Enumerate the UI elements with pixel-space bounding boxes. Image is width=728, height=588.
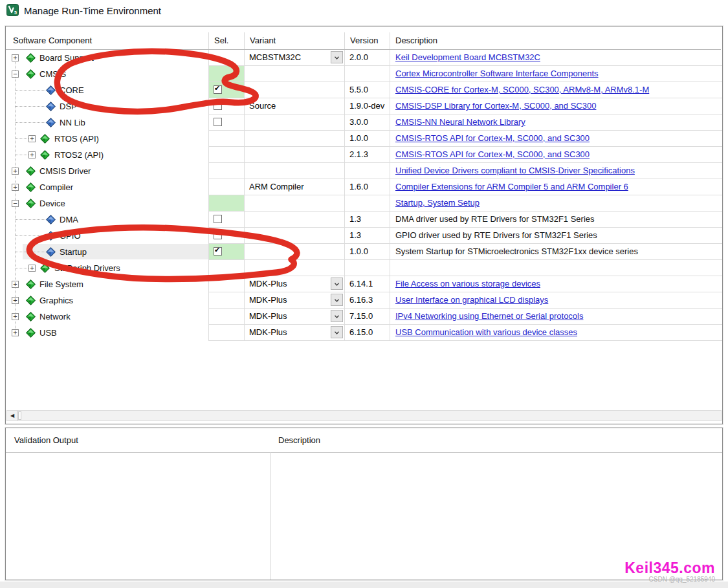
header-software-component: Software Component — [6, 32, 208, 49]
description-link[interactable]: IPv4 Networking using Ethernet or Serial… — [395, 311, 583, 321]
description-link[interactable]: CMSIS-CORE for Cortex-M, SC000, SC300, A… — [395, 85, 649, 94]
component-label[interactable]: StdPeriph Drivers — [54, 260, 120, 276]
component-label[interactable]: Device — [39, 195, 65, 212]
description-cell: CMSIS-NN Neural Network Library — [390, 114, 722, 131]
tree-connector-stub — [16, 235, 45, 236]
select-cell — [208, 325, 244, 341]
description-cell: CMSIS-RTOS API for Cortex-M, SC000, and … — [390, 131, 722, 147]
expand-toggle-icon[interactable]: + — [12, 329, 19, 336]
rte-table-row: + CMSIS DriverUnified Device Drivers com… — [6, 163, 721, 179]
component-tree-cell: + USB — [6, 325, 208, 341]
component-label[interactable]: GPIO — [60, 228, 81, 244]
component-label[interactable]: CMSIS — [39, 66, 66, 82]
dropdown-chevron-icon[interactable] — [331, 51, 343, 63]
description-link[interactable]: CMSIS-RTOS API for Cortex-M, SC000, and … — [395, 149, 590, 159]
variant-value: ARM Compiler — [249, 179, 304, 195]
green-diamond-icon — [40, 134, 50, 144]
expand-toggle-icon[interactable]: + — [28, 135, 36, 142]
validation-output-header: Validation Output — [14, 428, 78, 452]
description-link[interactable]: File Access on various storage devices — [395, 279, 540, 289]
description-link[interactable]: CMSIS-RTOS API for Cortex-M, SC000, and … — [395, 133, 590, 143]
component-checkbox[interactable]: ✔ — [214, 85, 222, 94]
blue-diamond-icon — [46, 247, 56, 257]
variant-dropdown[interactable]: MDK-Plus — [244, 292, 344, 309]
header-version: Version — [344, 32, 390, 49]
description-cell: CMSIS-RTOS API for Cortex-M, SC000, and … — [390, 147, 722, 163]
component-label[interactable]: RTOS2 (API) — [54, 147, 104, 163]
component-label[interactable]: File System — [39, 276, 83, 292]
variant-cell — [244, 82, 344, 98]
description-cell — [390, 260, 722, 276]
description-link[interactable]: Compiler Extensions for ARM Compiler 5 a… — [395, 182, 628, 191]
description-link[interactable]: USB Communication with various device cl… — [395, 327, 577, 337]
horizontal-scrollbar[interactable]: ◀ — [6, 410, 722, 421]
expand-toggle-icon[interactable]: + — [12, 313, 19, 320]
expand-toggle-icon[interactable]: + — [12, 281, 19, 288]
component-label[interactable]: CMSIS Driver — [39, 163, 91, 179]
scroll-left-arrow-icon[interactable]: ◀ — [7, 411, 18, 420]
select-cell — [208, 50, 244, 66]
description-link[interactable]: Keil Development Board MCBSTM32C — [395, 52, 540, 62]
description-link[interactable]: CMSIS-DSP Library for Cortex-M, SC000, a… — [395, 101, 596, 111]
component-checkbox[interactable] — [214, 231, 222, 239]
component-checkbox[interactable] — [214, 215, 222, 223]
description-cell: GPIO driver used by RTE Drivers for STM3… — [390, 228, 722, 244]
component-tree-cell: − Device — [6, 195, 208, 212]
expand-toggle-icon[interactable]: + — [12, 54, 19, 61]
tree-connector-stub — [16, 90, 45, 91]
version-cell: 1.6.0 — [344, 179, 390, 195]
component-tree-cell: + Compiler — [6, 179, 208, 195]
component-label[interactable]: Network — [39, 309, 71, 325]
variant-cell — [244, 244, 344, 260]
variant-dropdown[interactable]: MCBSTM32C — [244, 50, 344, 66]
description-link[interactable]: Cortex Microcontroller Software Interfac… — [395, 69, 599, 78]
expand-toggle-icon[interactable]: + — [12, 184, 19, 191]
component-checkbox[interactable] — [214, 118, 222, 126]
description-link[interactable]: Startup, System Setup — [395, 198, 480, 208]
expand-toggle-icon[interactable]: + — [28, 151, 36, 158]
description-link[interactable]: User Interface on graphical LCD displays — [395, 295, 548, 305]
scrollbar-thumb[interactable] — [18, 411, 21, 420]
version-cell — [344, 260, 390, 276]
dropdown-chevron-icon[interactable] — [331, 326, 343, 338]
component-label[interactable]: DMA — [60, 212, 78, 228]
dropdown-chevron-icon[interactable] — [331, 294, 343, 306]
component-label[interactable]: Startup — [60, 244, 87, 260]
select-cell — [208, 163, 244, 179]
component-label[interactable]: Graphics — [39, 292, 73, 309]
version-cell: 6.15.0 — [344, 325, 390, 341]
description-link[interactable]: CMSIS-NN Neural Network Library — [395, 117, 525, 127]
variant-dropdown[interactable]: MDK-Plus — [244, 276, 344, 292]
description-link[interactable]: Unified Device Drivers compliant to CMSI… — [395, 166, 635, 175]
component-checkbox[interactable]: ✔ — [214, 247, 222, 256]
component-label[interactable]: RTOS (API) — [54, 131, 99, 147]
blue-diamond-icon — [46, 215, 56, 224]
expand-toggle-icon[interactable]: + — [12, 297, 19, 304]
rte-table-row: + USBMDK-Plus 6.15.0USB Communication wi… — [6, 325, 721, 341]
dropdown-chevron-icon[interactable] — [331, 278, 343, 290]
component-label[interactable]: USB — [39, 325, 57, 341]
component-checkbox[interactable] — [214, 102, 222, 110]
dropdown-chevron-icon[interactable] — [331, 310, 343, 322]
software-component-panel: Software Component Sel. Variant Version … — [5, 26, 723, 424]
blue-diamond-icon — [46, 118, 56, 127]
component-label[interactable]: Board Support — [39, 50, 94, 66]
component-label[interactable]: CORE — [60, 82, 84, 98]
variant-cell — [244, 260, 344, 276]
component-label[interactable]: Compiler — [39, 179, 73, 195]
variant-dropdown[interactable]: MDK-Plus — [244, 325, 344, 341]
green-diamond-icon — [26, 182, 36, 192]
rte-table-row: NN Lib3.0.0CMSIS-NN Neural Network Libra… — [6, 114, 721, 131]
component-tree-cell: DMA — [6, 212, 208, 228]
variant-dropdown[interactable]: MDK-Plus — [244, 309, 344, 325]
component-label[interactable]: DSP — [60, 98, 77, 114]
rte-table-row: − DeviceStartup, System Setup — [6, 195, 721, 212]
collapse-toggle-icon[interactable]: − — [12, 71, 19, 78]
version-cell: 2.0.0 — [344, 50, 390, 66]
expand-toggle-icon[interactable]: + — [28, 265, 36, 272]
tree-connector-stub — [16, 106, 45, 107]
expand-toggle-icon[interactable]: + — [12, 168, 19, 175]
collapse-toggle-icon[interactable]: − — [12, 200, 19, 207]
component-label[interactable]: NN Lib — [60, 114, 85, 131]
component-tree-cell: + RTOS2 (API) — [6, 147, 208, 163]
